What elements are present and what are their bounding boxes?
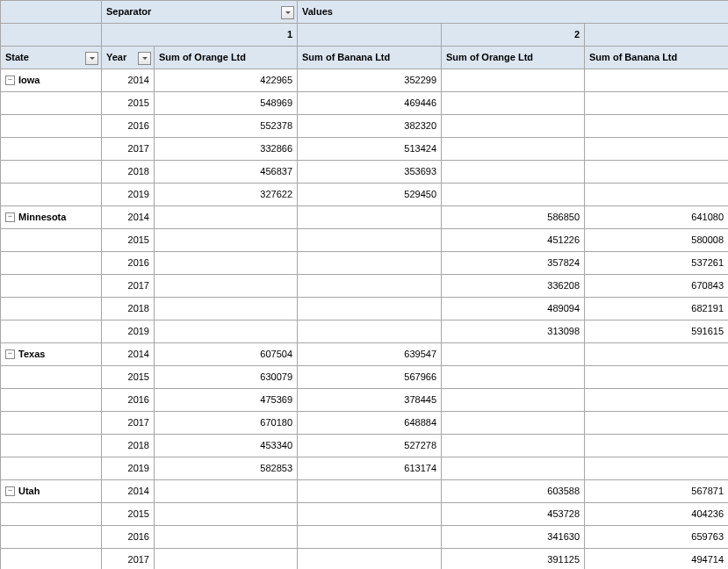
value-cell: 453340 xyxy=(155,435,298,457)
value-cell xyxy=(585,184,728,206)
year-cell: 2019 xyxy=(102,321,155,343)
value-cell xyxy=(298,503,442,526)
col-orange-1: Sum of Orange Ltd xyxy=(155,47,298,69)
table-row: 2015630079567966 xyxy=(1,366,729,389)
value-cell xyxy=(298,549,442,570)
value-cell: 327622 xyxy=(155,184,298,206)
value-cell xyxy=(585,69,728,92)
year-cell: 2017 xyxy=(102,138,155,161)
table-row: 2018489094682191 xyxy=(1,298,729,321)
value-cell: 357824 xyxy=(442,252,585,275)
value-cell: 456837 xyxy=(155,161,298,184)
value-cell xyxy=(442,161,585,184)
value-cell: 336208 xyxy=(442,275,585,298)
values-label: Values xyxy=(298,1,728,24)
value-cell xyxy=(298,526,442,549)
group-2-header: 2 xyxy=(442,24,585,47)
state-name: Texas xyxy=(18,349,45,359)
table-row: 2016341630659763 xyxy=(1,526,729,549)
state-name: Utah xyxy=(18,486,40,496)
table-row: 2015451226580008 xyxy=(1,229,729,252)
value-cell: 630079 xyxy=(155,366,298,389)
value-cell: 659763 xyxy=(585,526,728,549)
blank-cell xyxy=(1,115,102,138)
blank-cell xyxy=(1,298,102,321)
year-field-dropdown[interactable]: Year xyxy=(102,47,155,69)
value-cell xyxy=(155,275,298,298)
value-cell: 352299 xyxy=(298,69,442,92)
value-cell: 552378 xyxy=(155,115,298,138)
value-cell xyxy=(442,435,585,457)
value-cell: 527278 xyxy=(298,435,442,457)
value-cell xyxy=(585,389,728,412)
blank-header xyxy=(1,24,102,47)
value-cell: 489094 xyxy=(442,298,585,321)
value-cell: 586850 xyxy=(442,206,585,229)
value-cell xyxy=(442,457,585,480)
collapse-icon[interactable]: − xyxy=(5,486,15,496)
value-cell: 567966 xyxy=(298,366,442,389)
value-cell: 332866 xyxy=(155,138,298,161)
value-cell: 639547 xyxy=(298,343,442,366)
year-cell: 2017 xyxy=(102,549,155,570)
blank-cell xyxy=(1,229,102,252)
value-cell: 404236 xyxy=(585,503,728,526)
blank-cell xyxy=(1,184,102,206)
year-cell: 2015 xyxy=(102,92,155,115)
year-col-label: Year xyxy=(106,52,126,62)
value-cell: 613174 xyxy=(298,457,442,480)
value-cell xyxy=(442,343,585,366)
value-cell: 475369 xyxy=(155,389,298,412)
blank-cell xyxy=(1,321,102,343)
year-cell: 2018 xyxy=(102,298,155,321)
value-cell: 353693 xyxy=(298,161,442,184)
separator-label: Separator xyxy=(106,6,151,17)
year-cell: 2017 xyxy=(102,412,155,435)
table-row: 2018453340527278 xyxy=(1,435,729,457)
value-cell xyxy=(442,138,585,161)
table-row: 2016357824537261 xyxy=(1,252,729,275)
value-cell xyxy=(442,366,585,389)
value-cell xyxy=(442,184,585,206)
collapse-icon[interactable]: − xyxy=(5,76,15,85)
value-cell: 341630 xyxy=(442,526,585,549)
collapse-icon[interactable]: − xyxy=(5,212,15,222)
blank-header xyxy=(585,24,728,47)
collapse-icon[interactable]: − xyxy=(5,349,15,359)
state-name: Iowa xyxy=(18,75,40,85)
blank-cell xyxy=(1,549,102,570)
blank-header xyxy=(1,1,102,24)
value-cell: 469446 xyxy=(298,92,442,115)
table-row: 2017391125494714 xyxy=(1,549,729,570)
value-cell xyxy=(298,480,442,503)
blank-cell xyxy=(1,457,102,480)
col-banana-1: Sum of Banana Ltd xyxy=(298,47,442,69)
state-col-label: State xyxy=(5,52,29,62)
value-cell xyxy=(585,412,728,435)
year-cell: 2016 xyxy=(102,526,155,549)
value-cell xyxy=(585,435,728,457)
value-cell xyxy=(298,321,442,343)
value-cell: 580008 xyxy=(585,229,728,252)
state-field-dropdown[interactable]: State xyxy=(1,47,102,69)
value-cell: 529450 xyxy=(298,184,442,206)
value-cell xyxy=(155,229,298,252)
value-cell: 391125 xyxy=(442,549,585,570)
value-cell xyxy=(585,92,728,115)
state-cell: −Minnesota xyxy=(1,206,102,229)
year-cell: 2016 xyxy=(102,389,155,412)
table-row: 2019313098591615 xyxy=(1,321,729,343)
year-cell: 2018 xyxy=(102,161,155,184)
value-cell: 648884 xyxy=(298,412,442,435)
value-cell xyxy=(155,549,298,570)
value-cell xyxy=(585,457,728,480)
value-cell xyxy=(298,252,442,275)
blank-cell xyxy=(1,161,102,184)
separator-field-dropdown[interactable]: Separator xyxy=(102,1,298,24)
year-cell: 2015 xyxy=(102,229,155,252)
table-row: −Minnesota2014586850641080 xyxy=(1,206,729,229)
pivot-body: −Iowa20144229653522992015548969469446201… xyxy=(1,69,729,570)
state-cell: −Iowa xyxy=(1,69,102,92)
value-cell xyxy=(155,503,298,526)
value-cell xyxy=(298,229,442,252)
